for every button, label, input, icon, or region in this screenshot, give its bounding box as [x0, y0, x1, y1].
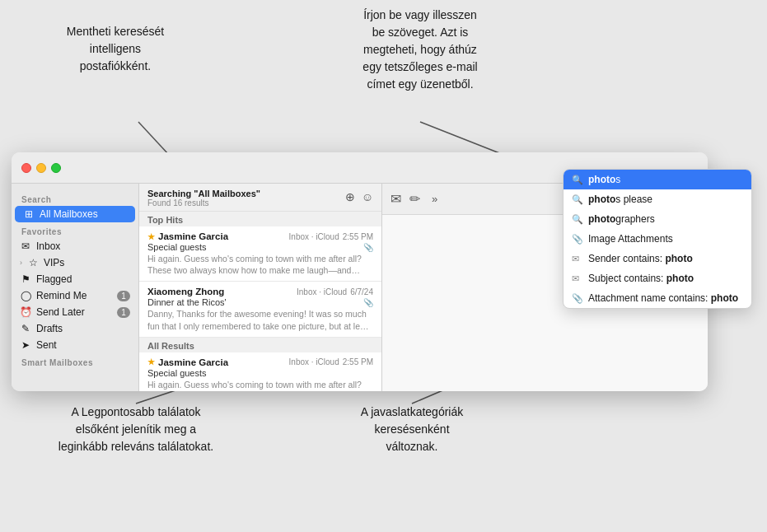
suggestion-envelope-icon-4: ✉	[572, 254, 583, 264]
suggestion-item-1[interactable]: 🔍 photos please	[564, 189, 751, 209]
filter-button[interactable]: ☺	[362, 190, 373, 203]
inbox-icon: ✉	[20, 240, 31, 252]
all-results-header: All Results	[139, 338, 381, 352]
search-section-label: Search	[12, 190, 138, 206]
email-sender-1: ★ Jasmine Garcia	[147, 231, 228, 241]
sidebar-item-all-mailboxes[interactable]: ⊞ All Mailboxes	[15, 206, 135, 222]
chevron-icon: ›	[20, 259, 22, 267]
email-list-subtitle: Found 16 results	[147, 198, 260, 208]
suggestion-label-3: Image Attachments	[588, 233, 673, 245]
email-item-1-header: ★ Jasmine Garcia Inbox · iCloud 2:55 PM	[147, 231, 373, 241]
star-icon-3: ★	[147, 357, 155, 366]
email-item-3[interactable]: ★ Jasmine Garcia Inbox · iCloud 2:55 PM …	[139, 352, 381, 391]
callout-top: Írjon be vagy illesszen be szöveget. Azt…	[330, 7, 511, 93]
suggestion-label-0: photos	[588, 174, 620, 185]
suggestion-search-icon-1: 🔍	[572, 194, 583, 205]
suggestion-label-5: Subject contains: photo	[588, 273, 694, 284]
suggestion-item-2[interactable]: 🔍 photographers	[564, 209, 751, 229]
minimize-button[interactable]	[36, 163, 46, 173]
smart-mailboxes-label: Smart Mailboxes	[12, 353, 138, 369]
suggestion-item-5[interactable]: ✉ Subject contains: photo	[564, 268, 751, 288]
sidebar-item-send-later[interactable]: ⏰ Send Later 1	[12, 304, 138, 320]
email-preview-1: Hi again. Guess who's coming to town wit…	[147, 253, 373, 276]
callout-left: Mentheti keresését intelligens postafiók…	[49, 23, 181, 75]
sidebar-send-later-label: Send Later	[36, 306, 85, 318]
sidebar-item-inbox[interactable]: ✉ Inbox	[12, 238, 138, 254]
email-item-1[interactable]: ★ Jasmine Garcia Inbox · iCloud 2:55 PM …	[139, 226, 381, 282]
email-meta-2: Inbox · iCloud 6/7/24	[297, 287, 373, 296]
sidebar: Search ⊞ All Mailboxes Favorites ✉ Inbox…	[12, 184, 139, 391]
suggestion-envelope-icon-5: ✉	[572, 273, 583, 284]
email-item-1-subheader: Special guests 📎	[147, 241, 373, 253]
overflow-icon[interactable]: »	[432, 193, 437, 205]
close-button[interactable]	[21, 163, 31, 173]
sidebar-flagged-label: Flagged	[36, 273, 72, 285]
add-mailbox-button[interactable]: ⊕	[345, 190, 355, 203]
callout-bottom-left: A Legpontosabb találatok elsőként jelení…	[16, 404, 255, 455]
sidebar-inbox-label: Inbox	[36, 240, 60, 252]
envelope-icon[interactable]: ✉	[391, 191, 401, 207]
sidebar-item-vips[interactable]: › ☆ VIPs	[12, 254, 138, 271]
email-list-header-row: Searching "All Mailboxes" Found 16 resul…	[147, 189, 373, 208]
sidebar-sent-label: Sent	[36, 339, 57, 351]
sidebar-item-drafts[interactable]: ✎ Drafts	[12, 320, 138, 337]
remind-icon: ◯	[20, 290, 31, 301]
suggestion-label-4: Sender contains: photo	[588, 253, 693, 264]
sidebar-item-remind-me[interactable]: ◯ Remind Me 1	[12, 287, 138, 304]
sidebar-item-sent[interactable]: ➤ Sent	[12, 337, 138, 353]
traffic-lights	[21, 163, 61, 173]
sidebar-drafts-label: Drafts	[36, 323, 63, 334]
suggestion-label-2: photographers	[588, 213, 655, 225]
mailbox-icon: ⊞	[23, 208, 35, 220]
remind-badge: 1	[117, 291, 130, 301]
email-sender-2: Xiaomeng Zhong	[147, 287, 224, 296]
suggestion-item-0[interactable]: 🔍 photos	[564, 170, 751, 189]
sidebar-vips-label: VIPs	[44, 257, 64, 268]
email-item-2[interactable]: Xiaomeng Zhong Inbox · iCloud 6/7/24 Din…	[139, 282, 381, 337]
suggestion-label-6: Attachment name contains: photo	[588, 292, 738, 304]
favorites-section-label: Favorites	[12, 222, 138, 238]
sidebar-remind-label: Remind Me	[36, 290, 87, 301]
callout-bottom-right: A javaslatkategóriák keresésenként válto…	[321, 404, 503, 455]
suggestion-attachment-icon-6: 📎	[572, 293, 583, 304]
drafts-icon: ✎	[20, 323, 31, 334]
maximize-button[interactable]	[51, 163, 61, 173]
email-preview-3: Hi again. Guess who's coming to town wit…	[147, 379, 373, 391]
flag-icon: ⚑	[20, 273, 31, 285]
email-list-panel: Searching "All Mailboxes" Found 16 resul…	[139, 184, 382, 391]
email-subject-3: Special guests	[147, 368, 373, 378]
sidebar-all-mailboxes-label: All Mailboxes	[40, 208, 98, 220]
email-item-2-header: Xiaomeng Zhong Inbox · iCloud 6/7/24	[147, 287, 373, 296]
attachment-icon-1: 📎	[363, 243, 373, 252]
attachment-icon-2: 📎	[363, 298, 373, 307]
send-later-icon: ⏰	[20, 306, 31, 318]
email-meta-1: Inbox · iCloud 2:55 PM	[289, 232, 373, 241]
email-item-2-subheader: Dinner at the Ricos' 📎	[147, 296, 373, 308]
email-subject-1: Special guests	[147, 242, 207, 252]
suggestion-search-icon-2: 🔍	[572, 214, 583, 225]
star-icon: ☆	[27, 257, 39, 268]
email-sender-3: ★ Jasmine Garcia	[147, 357, 228, 367]
email-list-title: Searching "All Mailboxes"	[147, 189, 260, 198]
top-hits-header: Top Hits	[139, 212, 381, 226]
suggestion-item-3[interactable]: 📎 Image Attachments	[564, 229, 751, 249]
email-preview-2: Danny, Thanks for the awesome evening! I…	[147, 308, 373, 331]
search-dropdown: 🔍 photos 🔍 photos please 🔍 photographers…	[563, 169, 752, 309]
suggestion-attachment-icon-3: 📎	[572, 234, 583, 245]
suggestion-item-4[interactable]: ✉ Sender contains: photo	[564, 249, 751, 268]
sidebar-item-flagged[interactable]: ⚑ Flagged	[12, 271, 138, 287]
send-later-badge: 1	[117, 307, 130, 318]
email-item-3-header: ★ Jasmine Garcia Inbox · iCloud 2:55 PM	[147, 357, 373, 367]
suggestion-label-1: photos please	[588, 194, 652, 205]
star-icon-1: ★	[147, 232, 155, 241]
suggestion-search-icon-0: 🔍	[572, 175, 583, 185]
suggestion-item-6[interactable]: 📎 Attachment name contains: photo	[564, 288, 751, 308]
email-subject-2: Dinner at the Ricos'	[147, 297, 227, 307]
email-list-header: Searching "All Mailboxes" Found 16 resul…	[139, 184, 381, 212]
email-meta-3: Inbox · iCloud 2:55 PM	[289, 357, 373, 366]
sent-icon: ➤	[20, 339, 31, 351]
compose-icon[interactable]: ✏	[409, 191, 420, 207]
